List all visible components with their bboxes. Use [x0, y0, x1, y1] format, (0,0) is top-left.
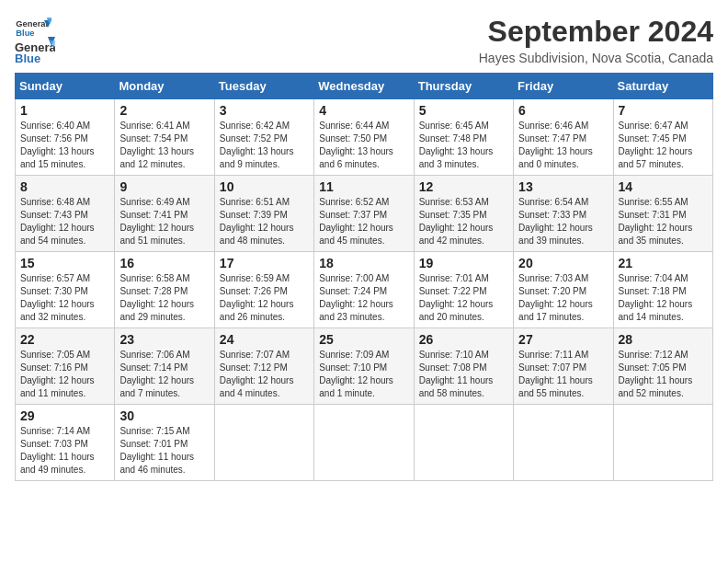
day-info: Sunrise: 7:00 AM Sunset: 7:24 PM Dayligh…: [319, 272, 408, 324]
day-cell: [514, 405, 613, 481]
day-info: Sunrise: 7:06 AM Sunset: 7:14 PM Dayligh…: [119, 349, 209, 400]
month-title: September 2024: [479, 15, 713, 49]
day-number: 16: [119, 256, 209, 270]
day-number: 6: [518, 103, 608, 118]
day-cell: 28Sunrise: 7:12 AM Sunset: 7:05 PM Dayli…: [613, 328, 712, 405]
day-cell: 14Sunrise: 6:55 AM Sunset: 7:31 PM Dayli…: [613, 176, 712, 252]
header-day-saturday: Saturday: [613, 74, 712, 99]
week-row-3: 15Sunrise: 6:57 AM Sunset: 7:30 PM Dayli…: [16, 252, 713, 328]
day-cell: 15Sunrise: 6:57 AM Sunset: 7:30 PM Dayli…: [16, 252, 115, 328]
day-number: 8: [20, 179, 109, 194]
day-info: Sunrise: 6:52 AM Sunset: 7:37 PM Dayligh…: [319, 196, 408, 247]
day-info: Sunrise: 6:58 AM Sunset: 7:28 PM Dayligh…: [119, 272, 209, 324]
day-cell: 3Sunrise: 6:42 AM Sunset: 7:52 PM Daylig…: [214, 99, 313, 176]
day-number: 24: [220, 332, 309, 347]
day-number: 11: [319, 179, 408, 194]
day-number: 18: [319, 256, 408, 270]
day-number: 20: [518, 256, 608, 270]
day-number: 26: [419, 332, 508, 347]
day-cell: 23Sunrise: 7:06 AM Sunset: 7:14 PM Dayli…: [115, 328, 214, 405]
day-cell: 1Sunrise: 6:40 AM Sunset: 7:56 PM Daylig…: [16, 99, 115, 176]
day-number: 3: [220, 103, 309, 118]
location: Hayes Subdivision, Nova Scotia, Canada: [479, 51, 713, 65]
day-info: Sunrise: 6:54 AM Sunset: 7:33 PM Dayligh…: [518, 196, 608, 247]
day-number: 7: [619, 103, 708, 118]
day-cell: 29Sunrise: 7:14 AM Sunset: 7:03 PM Dayli…: [16, 405, 115, 481]
day-cell: 16Sunrise: 6:58 AM Sunset: 7:28 PM Dayli…: [115, 252, 214, 328]
header-row: SundayMondayTuesdayWednesdayThursdayFrid…: [16, 74, 713, 99]
day-info: Sunrise: 6:45 AM Sunset: 7:48 PM Dayligh…: [419, 120, 508, 171]
header-day-monday: Monday: [115, 74, 214, 99]
day-info: Sunrise: 7:04 AM Sunset: 7:18 PM Dayligh…: [619, 272, 708, 324]
day-cell: 20Sunrise: 7:03 AM Sunset: 7:20 PM Dayli…: [514, 252, 613, 328]
day-info: Sunrise: 7:15 AM Sunset: 7:01 PM Dayligh…: [119, 425, 209, 477]
week-row-5: 29Sunrise: 7:14 AM Sunset: 7:03 PM Dayli…: [16, 405, 713, 481]
day-cell: 12Sunrise: 6:53 AM Sunset: 7:35 PM Dayli…: [414, 176, 513, 252]
day-cell: 27Sunrise: 7:11 AM Sunset: 7:07 PM Dayli…: [514, 328, 613, 405]
day-info: Sunrise: 7:03 AM Sunset: 7:20 PM Dayligh…: [518, 272, 608, 324]
day-info: Sunrise: 7:01 AM Sunset: 7:22 PM Dayligh…: [419, 272, 508, 324]
svg-text:Blue: Blue: [15, 52, 40, 64]
day-info: Sunrise: 6:53 AM Sunset: 7:35 PM Dayligh…: [419, 196, 508, 247]
day-cell: 21Sunrise: 7:04 AM Sunset: 7:18 PM Dayli…: [613, 252, 712, 328]
day-number: 30: [119, 408, 209, 423]
day-cell: 8Sunrise: 6:48 AM Sunset: 7:43 PM Daylig…: [16, 176, 115, 252]
day-number: 28: [619, 332, 708, 347]
day-cell: 7Sunrise: 6:47 AM Sunset: 7:45 PM Daylig…: [613, 99, 712, 176]
day-cell: 19Sunrise: 7:01 AM Sunset: 7:22 PM Dayli…: [414, 252, 513, 328]
header-day-sunday: Sunday: [16, 74, 115, 99]
day-info: Sunrise: 6:47 AM Sunset: 7:45 PM Dayligh…: [619, 120, 708, 171]
day-number: 4: [319, 103, 408, 118]
day-number: 17: [220, 256, 309, 270]
day-cell: 30Sunrise: 7:15 AM Sunset: 7:01 PM Dayli…: [115, 405, 214, 481]
logo-graphic: General Blue: [15, 37, 55, 64]
day-cell: 26Sunrise: 7:10 AM Sunset: 7:08 PM Dayli…: [414, 328, 513, 405]
day-info: Sunrise: 7:12 AM Sunset: 7:05 PM Dayligh…: [619, 349, 708, 400]
day-number: 25: [319, 332, 408, 347]
day-info: Sunrise: 6:59 AM Sunset: 7:26 PM Dayligh…: [220, 272, 309, 324]
day-info: Sunrise: 6:40 AM Sunset: 7:56 PM Dayligh…: [20, 120, 109, 171]
day-info: Sunrise: 7:10 AM Sunset: 7:08 PM Dayligh…: [419, 349, 508, 400]
day-number: 15: [20, 256, 109, 270]
day-info: Sunrise: 6:42 AM Sunset: 7:52 PM Dayligh…: [220, 120, 309, 171]
day-info: Sunrise: 6:49 AM Sunset: 7:41 PM Dayligh…: [119, 196, 209, 247]
header: General Blue General Blue September 2024…: [15, 15, 713, 65]
header-day-friday: Friday: [514, 74, 613, 99]
day-info: Sunrise: 7:14 AM Sunset: 7:03 PM Dayligh…: [20, 425, 109, 477]
day-cell: 4Sunrise: 6:44 AM Sunset: 7:50 PM Daylig…: [314, 99, 414, 176]
day-cell: 17Sunrise: 6:59 AM Sunset: 7:26 PM Dayli…: [214, 252, 313, 328]
day-number: 12: [419, 179, 508, 194]
day-number: 5: [419, 103, 508, 118]
day-cell: 13Sunrise: 6:54 AM Sunset: 7:33 PM Dayli…: [514, 176, 613, 252]
calendar-table: SundayMondayTuesdayWednesdayThursdayFrid…: [15, 73, 713, 481]
header-day-wednesday: Wednesday: [314, 74, 414, 99]
title-area: September 2024 Hayes Subdivision, Nova S…: [479, 15, 713, 65]
week-row-4: 22Sunrise: 7:05 AM Sunset: 7:16 PM Dayli…: [16, 328, 713, 405]
day-number: 21: [619, 256, 708, 270]
day-number: 13: [518, 179, 608, 194]
day-number: 1: [20, 103, 109, 118]
day-number: 9: [119, 179, 209, 194]
day-cell: 11Sunrise: 6:52 AM Sunset: 7:37 PM Dayli…: [314, 176, 414, 252]
day-number: 23: [119, 332, 209, 347]
day-cell: 5Sunrise: 6:45 AM Sunset: 7:48 PM Daylig…: [414, 99, 513, 176]
day-cell: [314, 405, 414, 481]
day-number: 27: [518, 332, 608, 347]
logo: General Blue General Blue: [15, 15, 55, 64]
day-info: Sunrise: 7:05 AM Sunset: 7:16 PM Dayligh…: [20, 349, 109, 400]
day-info: Sunrise: 7:07 AM Sunset: 7:12 PM Dayligh…: [220, 349, 309, 400]
day-number: 29: [20, 408, 109, 423]
day-cell: 22Sunrise: 7:05 AM Sunset: 7:16 PM Dayli…: [16, 328, 115, 405]
day-info: Sunrise: 6:51 AM Sunset: 7:39 PM Dayligh…: [220, 196, 309, 247]
day-cell: [613, 405, 712, 481]
header-day-tuesday: Tuesday: [214, 74, 313, 99]
day-info: Sunrise: 6:48 AM Sunset: 7:43 PM Dayligh…: [20, 196, 109, 247]
day-cell: 10Sunrise: 6:51 AM Sunset: 7:39 PM Dayli…: [214, 176, 313, 252]
day-cell: 18Sunrise: 7:00 AM Sunset: 7:24 PM Dayli…: [314, 252, 414, 328]
day-cell: 2Sunrise: 6:41 AM Sunset: 7:54 PM Daylig…: [115, 99, 214, 176]
day-cell: 6Sunrise: 6:46 AM Sunset: 7:47 PM Daylig…: [514, 99, 613, 176]
day-cell: [414, 405, 513, 481]
day-number: 10: [220, 179, 309, 194]
day-info: Sunrise: 6:44 AM Sunset: 7:50 PM Dayligh…: [319, 120, 408, 171]
day-info: Sunrise: 6:57 AM Sunset: 7:30 PM Dayligh…: [20, 272, 109, 324]
